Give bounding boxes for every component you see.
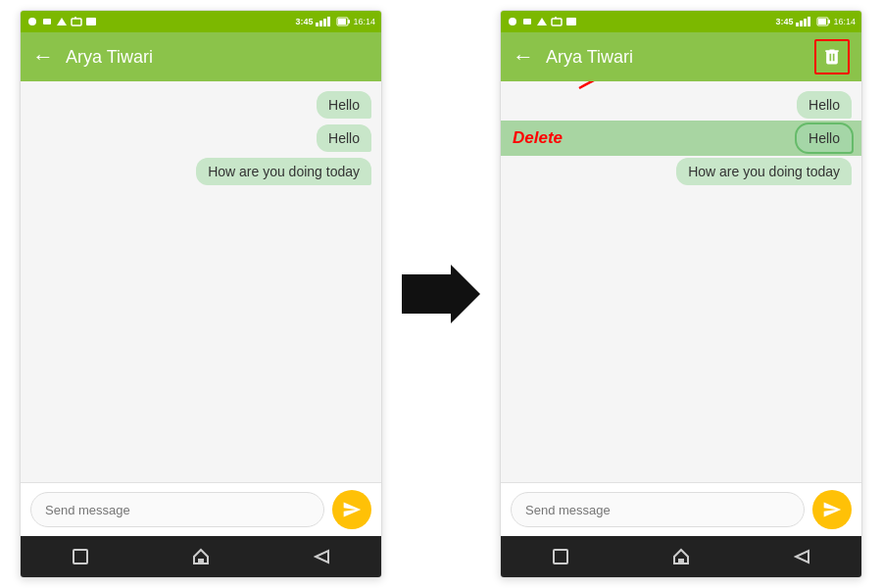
nav-bar-1 <box>21 536 381 577</box>
svg-rect-26 <box>804 19 807 26</box>
message-1-3[interactable]: How are you doing today <box>196 158 371 185</box>
svg-marker-16 <box>316 551 328 563</box>
nav-back-1[interactable] <box>311 546 332 567</box>
svg-rect-13 <box>74 550 87 564</box>
phone-before: 3:45 16:14 ← Arya Tiwari <box>20 10 382 578</box>
message-1-1[interactable]: Hello <box>317 91 371 119</box>
phone-after: 3:45 16:14 ← Arya Tiwari <box>500 10 862 578</box>
svg-marker-2 <box>57 18 67 25</box>
svg-rect-23 <box>566 18 576 25</box>
chat-title-2: Arya Tiwari <box>546 47 814 68</box>
nav-home-1[interactable] <box>190 546 212 567</box>
send-button-1[interactable] <box>332 490 371 529</box>
svg-point-0 <box>28 18 36 25</box>
status-bar-1: 3:45 16:14 <box>21 11 381 32</box>
svg-rect-1 <box>43 19 51 24</box>
status-icons-left-2 <box>507 17 577 26</box>
svg-rect-6 <box>316 23 318 26</box>
status-bar-2: 3:45 16:14 <box>501 11 861 32</box>
svg-rect-5 <box>86 18 96 25</box>
app-bar-1: ← Arya Tiwari <box>21 32 381 81</box>
transition-arrow <box>402 260 480 328</box>
message-2-2[interactable]: Hello <box>797 124 852 152</box>
svg-rect-27 <box>808 17 810 26</box>
svg-point-18 <box>509 18 516 25</box>
nav-back-2[interactable] <box>791 546 812 567</box>
svg-rect-25 <box>800 21 803 26</box>
send-button-2[interactable] <box>812 490 852 529</box>
svg-marker-20 <box>537 18 547 25</box>
nav-bar-2 <box>501 536 861 577</box>
svg-rect-11 <box>348 20 350 24</box>
svg-rect-8 <box>323 19 326 26</box>
svg-rect-9 <box>327 17 330 26</box>
status-icons-left-1 <box>26 17 97 26</box>
main-container: 3:45 16:14 ← Arya Tiwari <box>0 0 882 588</box>
svg-marker-35 <box>796 551 808 563</box>
chat-area-1: Hello Hello How are you doing today <box>21 81 381 482</box>
chat-area-2: Hello Delete Hello How are you doing tod… <box>501 81 861 482</box>
status-right-1: 3:45 16:14 <box>295 17 375 26</box>
svg-rect-3 <box>72 19 81 25</box>
back-button-1[interactable]: ← <box>32 44 54 70</box>
svg-rect-30 <box>818 19 826 24</box>
svg-rect-34 <box>678 559 684 564</box>
message-2-1[interactable]: Hello <box>797 91 852 119</box>
status-right-2: 3:45 16:14 <box>775 17 856 26</box>
message-input-1[interactable] <box>30 492 324 527</box>
message-2-3[interactable]: How are you doing today <box>676 158 852 185</box>
nav-square-1[interactable] <box>70 546 91 567</box>
chat-title-1: Arya Tiwari <box>66 47 369 68</box>
svg-rect-7 <box>319 21 322 26</box>
app-bar-2: ← Arya Tiwari <box>501 32 861 81</box>
message-1-2[interactable]: Hello <box>317 124 371 152</box>
back-button-2[interactable]: ← <box>513 44 534 70</box>
svg-rect-21 <box>552 19 562 25</box>
svg-marker-17 <box>402 265 480 323</box>
message-input-2[interactable] <box>511 492 805 527</box>
nav-home-2[interactable] <box>670 546 692 567</box>
svg-rect-24 <box>796 23 799 26</box>
input-area-1 <box>21 482 381 536</box>
svg-rect-32 <box>554 550 567 564</box>
delete-button[interactable] <box>814 39 850 74</box>
delete-label: Delete <box>513 128 563 148</box>
svg-rect-19 <box>523 19 531 24</box>
input-area-2 <box>501 482 861 536</box>
selected-message-row: Delete Hello <box>501 121 861 156</box>
nav-square-2[interactable] <box>550 546 571 567</box>
svg-rect-12 <box>338 19 346 24</box>
svg-rect-15 <box>198 559 204 564</box>
svg-rect-29 <box>828 20 830 24</box>
